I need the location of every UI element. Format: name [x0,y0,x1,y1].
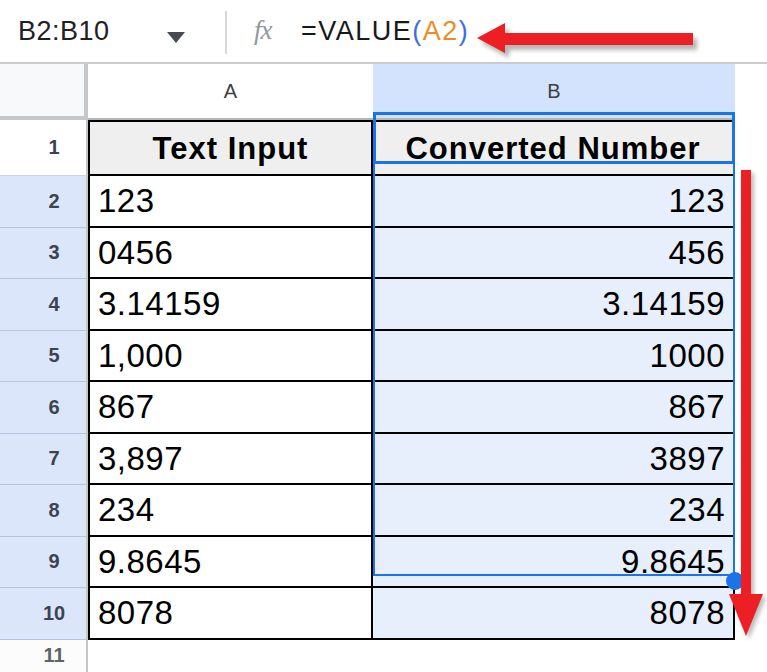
cell-text-input[interactable]: 3.14159 [88,279,373,331]
row-header[interactable]: 2 [0,176,88,228]
name-box-dropdown-icon[interactable] [167,32,185,43]
formula-cell-reference: A2 [423,16,459,46]
row-header[interactable]: 8 [0,485,88,537]
cell-converted-number[interactable]: 867 [373,382,735,434]
cell-text-input[interactable]: 9.8645 [88,537,373,589]
cell-text-input[interactable]: 123 [88,176,373,228]
row-header[interactable]: 9 [0,537,88,589]
cell-converted-number[interactable]: 3.14159 [373,279,735,331]
empty-cell[interactable] [373,640,735,672]
column-header-b[interactable]: B [373,64,735,120]
name-box[interactable]: B2:B10 [18,16,110,47]
select-all-corner[interactable] [0,64,88,120]
row-header[interactable]: 3 [0,228,88,280]
cell-text-input[interactable]: 8078 [88,588,373,640]
cell-converted-number[interactable]: 9.8645 [373,537,735,589]
toolbar-divider [225,11,227,54]
spreadsheet-grid: A B 1 Text Input Converted Number 2 123 … [0,64,735,672]
formula-open-paren: ( [412,16,423,46]
header-cell-text-input[interactable]: Text Input [88,120,373,176]
cell-converted-number[interactable]: 123 [373,176,735,228]
cell-converted-number[interactable]: 234 [373,485,735,537]
cell-text-input[interactable]: 867 [88,382,373,434]
row-header[interactable]: 4 [0,279,88,331]
row-header[interactable]: 7 [0,434,88,486]
cell-converted-number[interactable]: 456 [373,228,735,280]
row-header[interactable]: 11 [0,640,88,672]
google-sheets-screenshot: B2:B10 fx =VALUE(A2) A B 1 Text Input Co… [0,0,767,672]
fx-icon: fx [254,15,272,46]
formula-input[interactable]: =VALUE(A2) [301,16,469,47]
column-header-a[interactable]: A [88,64,373,120]
cell-converted-number[interactable]: 8078 [373,588,735,640]
annotation-arrow-left-icon [477,23,693,54]
header-cell-converted-number[interactable]: Converted Number [373,120,735,176]
cell-converted-number[interactable]: 3897 [373,434,735,486]
cell-text-input[interactable]: 234 [88,485,373,537]
fill-handle[interactable] [726,572,744,590]
row-header[interactable]: 1 [0,120,88,176]
cell-text-input[interactable]: 3,897 [88,434,373,486]
cell-text-input[interactable]: 0456 [88,228,373,280]
formula-bar: B2:B10 fx =VALUE(A2) [0,0,767,64]
formula-close-paren: ) [459,16,470,46]
row-header[interactable]: 10 [0,588,88,640]
cell-converted-number[interactable]: 1000 [373,331,735,383]
empty-cell[interactable] [88,640,373,672]
row-header[interactable]: 5 [0,331,88,383]
row-header[interactable]: 6 [0,382,88,434]
formula-function: =VALUE [301,16,412,46]
cell-text-input[interactable]: 1,000 [88,331,373,383]
